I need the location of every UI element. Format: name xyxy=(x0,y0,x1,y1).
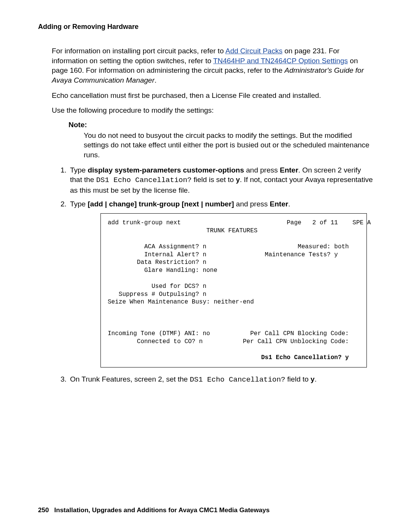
text: Type xyxy=(70,200,88,208)
terminal-output: add trunk-group next Page 2 of 11 SPE A … xyxy=(100,213,367,367)
terminal-line: Connected to CO? n Per Call CPN Unblocki… xyxy=(108,338,349,345)
paragraph-3: Use the following procedure to modify th… xyxy=(52,105,373,115)
field-name: DS1 Echo Cancellation? xyxy=(96,176,192,184)
step-3: On Trunk Features, screen 2, set the DS1… xyxy=(68,374,373,385)
terminal-line: TRUNK FEATURES xyxy=(108,227,258,234)
step-1: Type display system-parameters customer-… xyxy=(68,165,373,195)
command-text: display system-parameters customer-optio… xyxy=(88,166,244,174)
page-container: Adding or Removing Hardware For informat… xyxy=(0,0,411,532)
text: and press xyxy=(244,166,280,174)
text: For information on installing port circu… xyxy=(52,47,225,55)
terminal-line: Incoming Tone (DTMF) ANI: no Per Call CP… xyxy=(108,330,349,337)
terminal-line xyxy=(108,307,112,313)
page-header: Adding or Removing Hardware xyxy=(38,23,373,31)
terminal-line: ACA Assignment? n Measured: both xyxy=(108,243,349,250)
terminal-line: Glare Handling: none xyxy=(108,267,217,274)
command-text: [add | change] trunk-group [next | numbe… xyxy=(88,200,234,208)
text: . xyxy=(288,200,290,208)
paragraph-1: For information on installing port circu… xyxy=(52,46,373,85)
terminal-line xyxy=(108,275,112,282)
terminal-line xyxy=(108,346,112,353)
terminal-line: Internal Alert? n Maintenance Tests? y xyxy=(108,251,338,258)
note-label: Note: xyxy=(68,121,373,129)
terminal-line: Data Restriction? n xyxy=(108,259,206,266)
value-y: y xyxy=(236,176,240,184)
terminal-line xyxy=(108,315,112,321)
field-name: DS1 Echo Cancellation? xyxy=(190,375,285,384)
key-enter: Enter xyxy=(280,166,298,174)
procedure-list: Type display system-parameters customer-… xyxy=(38,165,373,385)
key-enter: Enter xyxy=(270,200,288,208)
paragraph-2: Echo cancellation must first be purchase… xyxy=(52,91,373,101)
terminal-line: Seize When Maintenance Busy: neither-end xyxy=(108,299,254,305)
note-body: You do not need to busyout the circuit p… xyxy=(84,131,373,160)
text: . xyxy=(155,76,156,84)
terminal-line xyxy=(108,235,112,242)
link-tn464hp-settings[interactable]: TN464HP and TN2464CP Option Settings xyxy=(213,57,348,65)
page-footer: 250 Installation, Upgrades and Additions… xyxy=(38,506,373,514)
text: field is set to xyxy=(192,176,236,184)
footer-title: Installation, Upgrades and Additions for… xyxy=(54,506,270,514)
text: field to xyxy=(285,375,311,383)
step-2: Type [add | change] trunk-group [next | … xyxy=(68,199,373,367)
value-y: y xyxy=(311,375,315,383)
text: and press xyxy=(234,200,270,208)
terminal-line: Suppress # Outpulsing? n xyxy=(108,291,206,298)
terminal-line: add trunk-group next Page 2 of 11 SPE A xyxy=(108,219,371,226)
terminal-line: Used for DCS? n xyxy=(108,283,206,290)
text: Type xyxy=(70,166,88,174)
terminal-line xyxy=(108,323,112,329)
link-add-circuit-packs[interactable]: Add Circuit Packs xyxy=(225,47,282,55)
text: . xyxy=(315,375,317,383)
text: On Trunk Features, screen 2, set the xyxy=(70,375,190,383)
terminal-line-bold: Ds1 Echo Cancellation? y xyxy=(108,354,349,361)
page-number: 250 xyxy=(38,506,49,514)
